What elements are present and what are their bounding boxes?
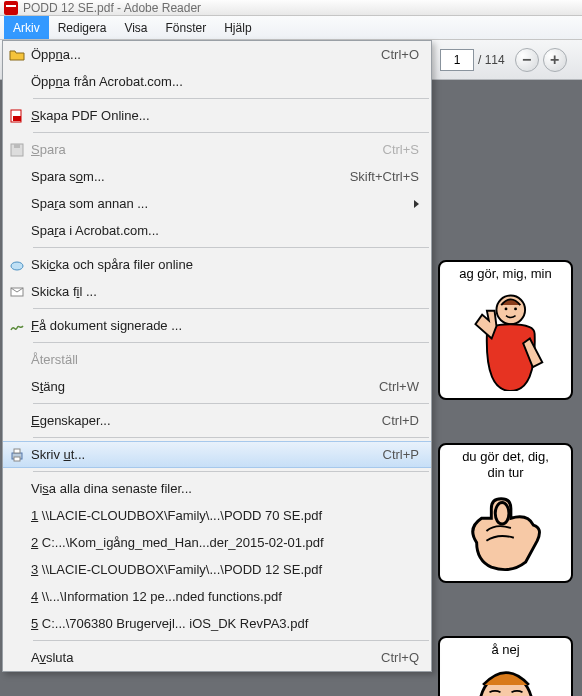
menu-window[interactable]: Fönster [157,16,216,39]
card-label: å nej [444,642,567,658]
chevron-right-icon [414,200,419,208]
menu-get-signed[interactable]: Få dokument signerade ... [3,312,431,339]
menu-view[interactable]: Visa [115,16,156,39]
menu-file[interactable]: Arkiv [4,16,49,39]
menu-show-recent[interactable]: Visa alla dina senaste filer... [3,475,431,502]
window-title: PODD 12 SE.pdf - Adobe Reader [23,1,201,15]
separator [33,308,429,309]
menu-help[interactable]: Hjälp [215,16,260,39]
menu-create-pdf-online[interactable]: Skapa PDF Online... [3,102,431,129]
person-thumb-icon [456,286,556,391]
separator [33,98,429,99]
card-label: ag gör, mig, min [444,266,567,282]
svg-rect-14 [14,457,20,461]
pdf-icon [4,1,18,15]
menu-recent-4[interactable]: 4 \\...\Information 12 pe...nded functio… [3,583,431,610]
menu-print[interactable]: Skriv ut... Ctrl+P [3,441,431,468]
menu-recent-5[interactable]: 5 C:...\706380 Brugervejl... iOS_DK RevP… [3,610,431,637]
envelope-icon [3,284,31,300]
svg-rect-13 [14,449,20,453]
zoom-out-button[interactable]: − [515,48,539,72]
menu-recent-1[interactable]: 1 \\LACIE-CLOUDBOX\Family\...\PODD 70 SE… [3,502,431,529]
cloud-send-icon [3,257,31,273]
menu-open[interactable]: Öppna... Ctrl+O [3,41,431,68]
page-total: / 114 [478,53,505,67]
menu-revert: Återställ [3,346,431,373]
title-bar: PODD 12 SE.pdf - Adobe Reader [0,0,582,16]
separator [33,247,429,248]
menu-close[interactable]: Stäng Ctrl+W [3,373,431,400]
menu-exit[interactable]: Avsluta Ctrl+Q [3,644,431,671]
menu-recent-2[interactable]: 2 C:...\Kom_igång_med_Han...der_2015-02-… [3,529,431,556]
svg-point-10 [11,262,23,270]
printer-icon [3,447,31,463]
menu-edit[interactable]: Redigera [49,16,116,39]
podd-card-du: du gör det, dig,din tur [438,443,573,583]
svg-point-1 [504,307,507,310]
menu-open-acrobat[interactable]: Öppna från Acrobat.com... [3,68,431,95]
menu-save-as[interactable]: Spara som... Skift+Ctrl+S [3,163,431,190]
menu-save-in-acrobat[interactable]: Spara i Acrobat.com... [3,217,431,244]
zoom-in-button[interactable]: + [543,48,567,72]
separator [33,640,429,641]
signature-icon [3,318,31,334]
menu-bar: Arkiv Redigera Visa Fönster Hjälp [0,16,582,40]
svg-point-3 [495,503,509,525]
menu-save: Spara Ctrl+S [3,136,431,163]
svg-point-2 [514,307,517,310]
pointing-hand-icon [456,484,556,572]
menu-send-file[interactable]: Skicka fil ... [3,278,431,305]
menu-recent-3[interactable]: 3 \\LACIE-CLOUDBOX\Family\...\PODD 12 SE… [3,556,431,583]
svg-rect-9 [14,144,20,148]
separator [33,132,429,133]
page-number-input[interactable] [440,49,474,71]
separator [33,403,429,404]
svg-rect-7 [13,116,21,121]
file-menu-dropdown: Öppna... Ctrl+O Öppna från Acrobat.com..… [2,40,432,672]
card-label: du gör det, dig,din tur [444,449,567,480]
podd-card-jag: ag gör, mig, min [438,260,573,400]
separator [33,471,429,472]
menu-save-as-other[interactable]: Spara som annan ... [3,190,431,217]
menu-send-track[interactable]: Skicka och spåra filer online [3,251,431,278]
separator [33,342,429,343]
save-icon [3,142,31,158]
podd-card-anej: å nej [438,636,573,696]
face-ohno-icon [456,662,556,696]
separator [33,437,429,438]
folder-open-icon [3,47,31,63]
pdf-create-icon [3,108,31,124]
menu-properties[interactable]: Egenskaper... Ctrl+D [3,407,431,434]
